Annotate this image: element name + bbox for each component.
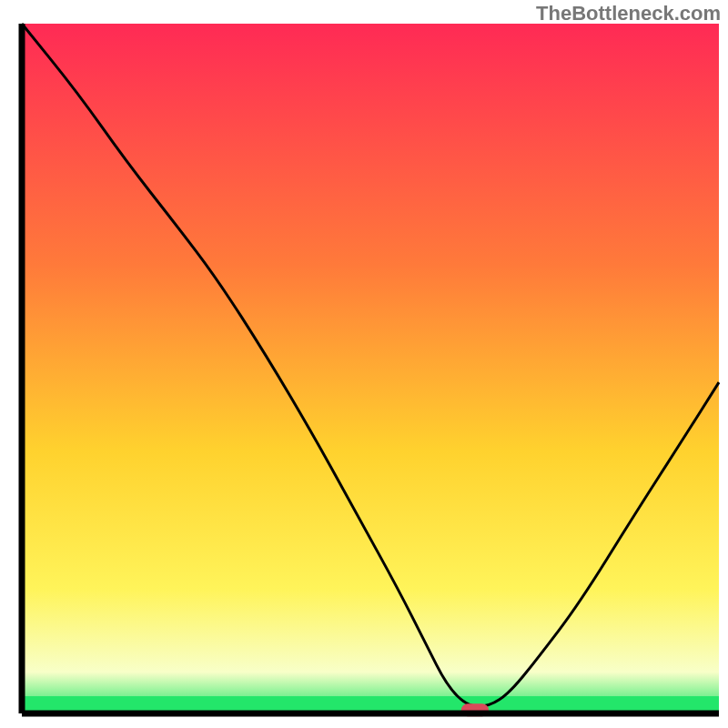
watermark-label: TheBottleneck.com <box>536 2 721 25</box>
plot-background <box>22 24 719 713</box>
chart-svg <box>0 0 728 728</box>
bottleneck-chart: TheBottleneck.com <box>0 0 728 728</box>
plot-area <box>22 24 719 716</box>
